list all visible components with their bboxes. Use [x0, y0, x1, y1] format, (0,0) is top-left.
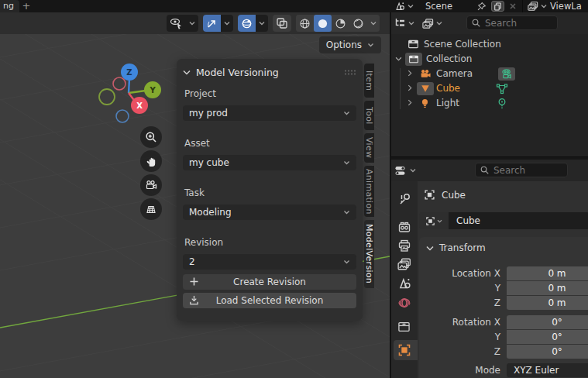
xray-toggle[interactable] [273, 15, 291, 32]
outliner-search-input[interactable] [485, 18, 547, 29]
outliner-row-cube[interactable]: Cube [391, 81, 588, 96]
create-revision-button[interactable]: Create Revision [183, 274, 356, 290]
chevron-down-icon [186, 15, 198, 32]
camera-object-icon [419, 68, 432, 80]
camera-data-icon[interactable] [498, 67, 515, 81]
view-layer-name[interactable]: ViewLa [550, 1, 582, 12]
gizmo-neg-x-axis[interactable] [113, 77, 126, 90]
chevron-down-icon[interactable] [221, 15, 233, 32]
properties-tab-render[interactable] [397, 221, 411, 234]
tab-item[interactable]: Item [364, 64, 374, 98]
light-data-icon[interactable] [496, 98, 508, 110]
rotation-y-field[interactable]: 0° [507, 330, 588, 344]
properties-search-input[interactable] [493, 165, 555, 176]
properties-search[interactable] [475, 163, 568, 177]
right-column: Scene Collection Collection [390, 12, 588, 378]
workspace-tab[interactable]: ng [0, 0, 19, 12]
navigation-gizmo[interactable]: Z Y X [91, 60, 169, 132]
zoom-button[interactable] [140, 126, 162, 148]
properties-tab-collection[interactable] [397, 321, 411, 333]
tab-view[interactable]: View [364, 133, 374, 163]
properties-main: Cube Cube [418, 181, 588, 378]
asset-dropdown[interactable]: my cube [183, 155, 356, 170]
revision-dropdown[interactable]: 2 [183, 254, 356, 270]
material-shading-icon[interactable] [332, 15, 349, 32]
copy-icon [493, 2, 502, 11]
solid-shading-icon[interactable] [314, 15, 332, 32]
search-icon [480, 166, 489, 174]
camera-view-button[interactable] [140, 174, 162, 196]
properties-editor-type-button[interactable] [394, 163, 416, 178]
expand-icon[interactable] [407, 70, 412, 77]
rotation-mode-dropdown[interactable]: XYZ Euler [507, 363, 588, 377]
rotation-z-label: Z [419, 345, 500, 359]
properties-tab-tool[interactable] [397, 192, 411, 206]
properties-tab-world[interactable] [397, 296, 411, 310]
grid-ortho-icon [145, 203, 157, 215]
breadcrumb: Cube [424, 189, 466, 201]
xray-icon [273, 15, 291, 32]
panel-header[interactable]: Model Versioning [183, 64, 356, 81]
delete-scene-button[interactable] [509, 1, 517, 12]
project-dropdown[interactable]: my prod [183, 105, 356, 121]
chevron-down-icon [343, 210, 350, 215]
collapse-icon[interactable] [395, 57, 402, 61]
mesh-data-icon[interactable] [496, 83, 508, 94]
properties-tab-view-layer[interactable] [397, 257, 411, 271]
scene-selector-button[interactable] [394, 1, 414, 12]
outliner-row-camera[interactable]: Camera [391, 67, 588, 81]
viewport-3d[interactable]: Options Z Y X [0, 12, 390, 378]
show-gizmo-toggle-group [203, 15, 233, 32]
expand-icon[interactable] [407, 99, 412, 106]
object-name-field[interactable]: Cube [449, 212, 588, 229]
tab-modelversion[interactable]: ModelVersion [364, 220, 374, 288]
rendered-shading-icon[interactable] [349, 15, 367, 32]
expand-icon[interactable] [407, 84, 412, 91]
tab-animation[interactable]: Animation [364, 166, 374, 217]
tab-tool[interactable]: Tool [364, 101, 374, 130]
outliner-row-scene-collection[interactable]: Scene Collection [391, 37, 588, 52]
new-scene-button[interactable] [491, 1, 504, 12]
sidebar-tabs: Item Tool View Animation ModelVersion [364, 64, 381, 291]
panel-drag-handle-icon[interactable] [344, 69, 356, 76]
chevron-down-icon[interactable] [256, 15, 268, 32]
object-visibility-dropdown[interactable] [167, 15, 198, 32]
task-dropdown[interactable]: Modeling [183, 204, 356, 220]
scene-name[interactable]: Scene [425, 1, 452, 12]
location-y-field[interactable]: 0 m [507, 281, 588, 295]
load-selected-revision-button[interactable]: Load Selected Revision [183, 293, 356, 308]
outliner-editor-type-button[interactable] [394, 15, 414, 31]
chevron-down-icon[interactable] [367, 15, 380, 32]
properties-tab-object[interactable] [397, 343, 411, 357]
collection-icon [408, 54, 419, 64]
gizmo-neg-z-axis[interactable] [116, 110, 129, 122]
location-z-field[interactable]: 0 m [507, 296, 588, 310]
rotation-z-field[interactable]: 0° [507, 345, 588, 359]
properties-tab-output[interactable] [397, 239, 411, 253]
gizmo-icon[interactable] [203, 15, 221, 32]
properties-tab-scene[interactable] [397, 277, 411, 290]
id-type-button[interactable] [419, 212, 449, 229]
location-x-label: Location X [419, 266, 500, 280]
location-x-field[interactable]: 0 m [507, 266, 588, 280]
wireframe-shading-icon[interactable] [296, 15, 314, 32]
pan-button[interactable] [140, 150, 162, 172]
outliner-display-mode-button[interactable] [422, 15, 442, 31]
outliner-row-light[interactable]: Light [391, 96, 588, 111]
collapse-icon [183, 70, 191, 75]
options-button[interactable]: Options [319, 36, 381, 53]
outliner-row-collection[interactable]: Collection [391, 52, 588, 67]
outliner-search[interactable] [466, 15, 558, 30]
view-layer-selector-button[interactable] [528, 1, 547, 12]
chevron-down-icon [437, 219, 442, 223]
breadcrumb-object-name[interactable]: Cube [442, 190, 466, 201]
pin-scene-button[interactable] [476, 1, 487, 12]
gizmo-neg-y-axis[interactable] [99, 89, 115, 105]
model-versioning-panel: Model Versioning Project my prod Asset m… [177, 59, 363, 321]
rotation-x-field[interactable]: 0° [507, 315, 588, 329]
add-workspace-button[interactable]: + [20, 0, 33, 12]
ortho-toggle-button[interactable] [140, 198, 162, 220]
overlays-icon[interactable] [238, 15, 256, 32]
asset-label: Asset [184, 138, 355, 149]
transform-panel-header[interactable]: Transform [426, 242, 486, 253]
